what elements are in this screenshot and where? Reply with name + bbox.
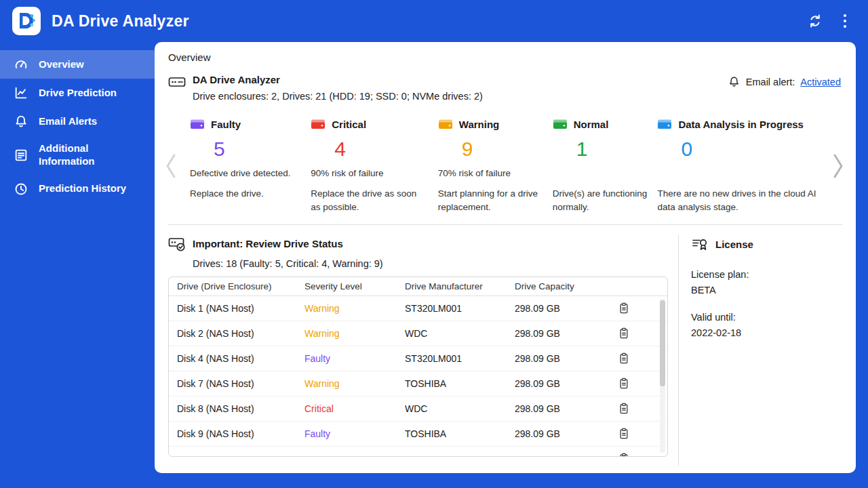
line-chart-icon [14,85,28,100]
document-icon [14,148,28,163]
table-row: Disk 7 (NAS Host)WarningTOSHIBA298.09 GB [169,371,667,396]
sidebar-item-email-alerts[interactable]: Email Alerts [0,107,155,136]
sidebar-item-label: Overview [39,58,84,71]
cell-manufacturer: ST320LM001 [405,303,515,314]
clipboard-icon[interactable] [618,452,630,457]
clipboard-icon[interactable] [618,327,630,340]
cell-drive: Disk 1 (NAS Host) [177,303,304,314]
cell-manufacturer: TOSHIBA [405,378,515,389]
table-scrollbar-track [660,299,665,453]
status-cards-row: Faulty 5 Defective drive detected. Repla… [183,118,826,215]
chevron-right-icon[interactable] [826,118,850,215]
status-card-label: Faulty [211,119,241,130]
table-row [169,447,667,457]
column-header-capacity: Drive Capacity [515,281,610,291]
review-subtitle: Drives: 18 (Faulty: 5, Critical: 4, Warn… [193,258,678,269]
drive-status-icon [553,118,568,130]
status-card-desc2: Drive(s) are functioning normally. [553,187,648,215]
table-row: Disk 2 (NAS Host)WarningWDC298.09 GB [169,321,667,346]
sidebar-item-prediction-history[interactable]: Prediction History [0,175,155,203]
cell-manufacturer: WDC [405,328,515,339]
sidebar-item-drive-prediction[interactable]: Drive Prediction [0,79,155,107]
column-header-manufacturer: Drive Manufacturer [405,281,515,291]
drive-table: Drive (Drive Enclosure) Severity Level D… [168,277,668,457]
status-card-value: 4 [334,139,429,159]
drive-icon [168,75,186,89]
drive-status-icon [438,118,453,130]
sidebar-item-label: Drive Prediction [39,87,117,100]
email-alert-activated-link[interactable]: Activated [800,77,841,87]
gauge-icon [14,57,28,72]
cell-drive: Disk 7 (NAS Host) [177,378,304,389]
status-card-desc1 [657,167,816,187]
column-header-severity: Severity Level [304,281,405,291]
status-card-normal: Normal 1 Drive(s) are functioning normal… [553,118,658,215]
cell-severity: Critical [304,403,405,414]
drive-status-icon [190,118,205,130]
page-title: Overview [155,50,856,70]
license-plan-label: License plan: [691,269,842,280]
cell-capacity: 298.09 GB [515,328,610,339]
drive-status-icon [657,118,672,130]
cell-action [610,402,667,415]
cell-severity: Faulty [304,353,405,364]
cell-capacity: 298.09 GB [515,403,610,414]
cell-severity: Faulty [304,428,405,439]
cell-capacity: 298.09 GB [515,378,610,389]
app-logo-icon [12,7,41,35]
status-card-value: 9 [462,139,543,159]
table-row: Disk 9 (NAS Host)FaultyTOSHIBA298.09 GB [169,422,667,447]
status-card-critical: Critical 4 90% risk of failure Replace t… [311,118,438,215]
chevron-left-icon[interactable] [159,118,183,215]
cell-action [610,377,667,390]
bell-icon [728,75,741,88]
status-card-warning: Warning 9 70% risk of failure Start plan… [438,118,553,215]
sidebar-nav: Overview Drive Prediction Email Alerts [0,42,155,488]
status-card-desc2: Replace the drive as soon as possible. [311,187,429,215]
status-card-desc1 [553,167,648,187]
table-scrollbar-thumb[interactable] [660,300,665,386]
status-card-label: Normal [574,119,609,130]
cell-capacity: 298.09 GB [515,303,610,314]
clock-icon [14,182,28,197]
cell-manufacturer: ST320LM001 [405,353,515,364]
cell-drive: Disk 2 (NAS Host) [177,328,304,339]
top-header-bar: DA Drive Analyzer [0,0,868,42]
drive-status-icon [311,118,326,130]
cell-drive: Disk 9 (NAS Host) [177,428,304,439]
cell-capacity: 298.09 GB [515,353,610,364]
license-title: License [715,239,753,250]
table-header-row: Drive (Drive Enclosure) Severity Level D… [169,277,667,296]
menu-kebab-icon[interactable] [840,13,851,30]
status-card-label: Critical [332,119,366,130]
status-card-data-analysis: Data Analysis in Progress 0 There are no… [657,118,826,215]
cell-drive: Disk 8 (NAS Host) [177,403,304,414]
column-header-drive: Drive (Drive Enclosure) [177,281,304,291]
cell-action [610,302,667,314]
main-panel: Overview DA Drive Analyzer Drive enclosu… [155,42,856,473]
status-card-desc2: Start planning for a drive replacement. [438,187,543,215]
license-valid-value: 2022-02-18 [691,327,842,338]
sidebar-item-label: Email Alerts [39,115,97,128]
status-card-desc1: 70% risk of failure [438,167,543,187]
clipboard-icon[interactable] [618,302,630,314]
clipboard-icon[interactable] [618,377,630,390]
cell-action [610,352,667,365]
clipboard-icon[interactable] [618,352,630,365]
clipboard-icon[interactable] [618,427,630,440]
drive-table-body: Disk 1 (NAS Host)WarningST320LM001298.09… [169,296,667,457]
summary-subtitle: Drive enclosures: 2, Drives: 21 (HDD: 19… [193,91,483,102]
sidebar-item-overview[interactable]: Overview [0,50,155,79]
review-title: Important: Review Drive Status [193,238,343,249]
cell-severity: Warning [304,303,405,314]
clipboard-icon[interactable] [618,402,630,415]
cell-drive: Disk 4 (NAS Host) [177,353,304,364]
sidebar-item-label: Prediction History [39,182,126,195]
status-card-faulty: Faulty 5 Defective drive detected. Repla… [190,118,311,215]
sidebar-item-additional-information[interactable]: Additional Information [0,136,155,175]
email-alert-label: Email alert: [746,77,795,87]
refresh-icon[interactable] [807,13,823,29]
cell-action [610,427,667,440]
license-valid-label: Valid until: [691,312,842,323]
summary-title: DA Drive Analyzer [193,74,483,85]
